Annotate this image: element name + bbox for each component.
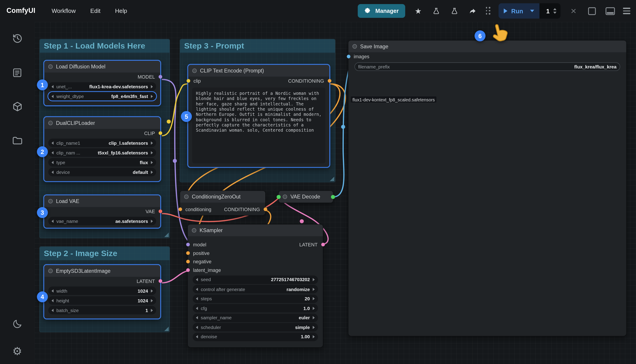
node-load-vae[interactable]: Load VAE VAE vae_name ae.safetensors: [43, 194, 161, 228]
history-icon[interactable]: [11, 32, 23, 45]
widget-seed[interactable]: seed 277251746703202: [193, 275, 318, 284]
output-port-latent[interactable]: [158, 279, 162, 283]
decrement-icon[interactable]: [52, 220, 54, 223]
node-header[interactable]: DualCLIPLoader: [44, 117, 160, 129]
stepper-arrows[interactable]: [553, 8, 556, 14]
run-button[interactable]: Run: [499, 3, 539, 18]
flask-icon-1[interactable]: [431, 6, 442, 16]
input-port-latent-image[interactable]: [186, 268, 190, 272]
output-port-conditioning[interactable]: [263, 208, 267, 211]
widget-denoise[interactable]: denoise 1.00: [193, 332, 318, 341]
node-save-image[interactable]: Save Image images filename_prefix flux_k…: [348, 40, 627, 336]
increment-icon[interactable]: [313, 297, 315, 300]
collapsed-output-port[interactable]: [331, 195, 335, 199]
star-icon[interactable]: ★: [413, 6, 424, 16]
node-header[interactable]: Save Image: [349, 40, 626, 52]
increment-icon[interactable]: [313, 288, 315, 290]
collapse-dot[interactable]: [184, 194, 189, 199]
collapse-dot[interactable]: [48, 121, 53, 125]
increment-icon[interactable]: [151, 94, 153, 98]
prompt-textarea[interactable]: Highly realistic portrait of a Nordic wo…: [192, 88, 326, 164]
increment-icon[interactable]: [313, 335, 315, 338]
node-header[interactable]: ConditioningZeroOut: [180, 191, 265, 202]
widget-steps[interactable]: steps 20: [193, 294, 318, 303]
cancel-run-icon[interactable]: ×: [568, 6, 579, 16]
decrement-icon[interactable]: [52, 151, 54, 154]
widget-clip-name2[interactable]: clip_nam ... t5xxl_fp16.safetensors: [48, 148, 156, 157]
node-header[interactable]: CLIP Text Encode (Prompt): [188, 65, 330, 76]
widget-vae-name[interactable]: vae_name ae.safetensors: [48, 217, 156, 225]
stepper-down-icon[interactable]: [553, 12, 556, 14]
decrement-icon[interactable]: [196, 316, 198, 319]
node-load-diffusion-model[interactable]: Load Diffusion Model MODEL unet_... flux…: [43, 60, 161, 106]
hamburger-menu-icon[interactable]: [623, 8, 630, 14]
workflows-folder-icon[interactable]: [11, 134, 23, 147]
decrement-icon[interactable]: [196, 326, 198, 329]
collapse-dot[interactable]: [192, 68, 197, 73]
output-port-model[interactable]: [158, 75, 162, 78]
widget-height[interactable]: height 1024: [48, 296, 156, 305]
widget-width[interactable]: width 1024: [48, 286, 156, 295]
node-dualcliploader[interactable]: DualCLIPLoader CLIP clip_name1 clip_l.sa…: [43, 116, 161, 182]
increment-icon[interactable]: [151, 289, 153, 292]
group-step1-title[interactable]: Step 1 - Load Models Here: [40, 39, 170, 52]
increment-icon[interactable]: [151, 161, 153, 164]
increment-icon[interactable]: [313, 278, 315, 281]
group-resize-handle[interactable]: [164, 232, 169, 237]
theme-moon-icon[interactable]: [11, 318, 23, 330]
collapse-dot[interactable]: [283, 194, 287, 199]
flask-icon-2[interactable]: [449, 6, 460, 16]
node-vae-decode[interactable]: VAE Decode: [278, 190, 333, 203]
decrement-icon[interactable]: [52, 299, 54, 302]
menu-edit[interactable]: Edit: [90, 8, 101, 14]
increment-icon[interactable]: [151, 220, 153, 223]
increment-icon[interactable]: [313, 316, 315, 319]
collapse-dot[interactable]: [353, 44, 357, 49]
node-conditioning-zero-out[interactable]: ConditioningZeroOut conditioning CONDITI…: [180, 190, 265, 216]
drag-handle-icon[interactable]: [486, 7, 491, 15]
widget-sampler-name[interactable]: sampler_name euler: [193, 314, 318, 322]
widget-device[interactable]: device default: [48, 168, 156, 176]
widget-filename-prefix[interactable]: filename_prefix flux_krea/flux_krea: [354, 62, 620, 71]
decrement-icon[interactable]: [196, 288, 198, 290]
widget-unet-name[interactable]: unet_... flux1-krea-dev.safetensors: [48, 82, 156, 91]
output-port-clip[interactable]: [158, 131, 162, 135]
node-header[interactable]: Load Diffusion Model: [44, 61, 160, 72]
node-ksampler[interactable]: KSampler model LATENT positive negative …: [187, 224, 323, 348]
bottom-panel-icon[interactable]: [605, 6, 615, 16]
collapse-dot[interactable]: [48, 199, 53, 204]
menu-help[interactable]: Help: [115, 8, 127, 14]
node-header[interactable]: KSampler: [188, 224, 323, 236]
widget-weight-dtype[interactable]: weight_dtype fp8_e4m3fn_fast: [48, 92, 156, 100]
node-empty-latent-image[interactable]: EmptySD3LatentImage LATENT width 1024 he…: [43, 264, 161, 319]
input-port-model[interactable]: [186, 243, 190, 246]
widget-control-after-generate[interactable]: control after generate randomize: [193, 285, 318, 294]
increment-icon[interactable]: [313, 326, 315, 329]
group-step2-title[interactable]: Step 2 - Image Size: [40, 247, 170, 260]
widget-clip-name1[interactable]: clip_name1 clip_l.safetensors: [48, 139, 156, 147]
decrement-icon[interactable]: [52, 141, 54, 144]
input-port-images[interactable]: [347, 55, 350, 58]
collapse-dot[interactable]: [48, 64, 53, 69]
node-header[interactable]: VAE Decode: [279, 191, 333, 202]
node-header[interactable]: Load VAE: [44, 195, 160, 207]
decrement-icon[interactable]: [196, 297, 198, 300]
menu-workflow[interactable]: Workflow: [52, 8, 76, 14]
input-port-clip[interactable]: [186, 79, 190, 83]
output-port-conditioning[interactable]: [328, 79, 331, 83]
input-port-conditioning[interactable]: [178, 208, 182, 211]
node-header[interactable]: EmptySD3LatentImage: [44, 265, 160, 277]
increment-icon[interactable]: [151, 85, 153, 88]
model-library-icon[interactable]: [11, 100, 23, 113]
chevron-down-icon[interactable]: [530, 10, 534, 12]
decrement-icon[interactable]: [52, 85, 54, 88]
group-resize-handle[interactable]: [164, 326, 169, 331]
increment-icon[interactable]: [151, 151, 153, 154]
output-port-latent[interactable]: [321, 243, 325, 246]
decrement-icon[interactable]: [52, 161, 54, 164]
group-step3-title[interactable]: Step 3 - Prompt: [180, 39, 335, 52]
queue-log-icon[interactable]: [11, 66, 23, 78]
group-resize-handle[interactable]: [330, 176, 334, 181]
increment-icon[interactable]: [151, 141, 153, 144]
manager-button[interactable]: Manager: [358, 4, 405, 18]
